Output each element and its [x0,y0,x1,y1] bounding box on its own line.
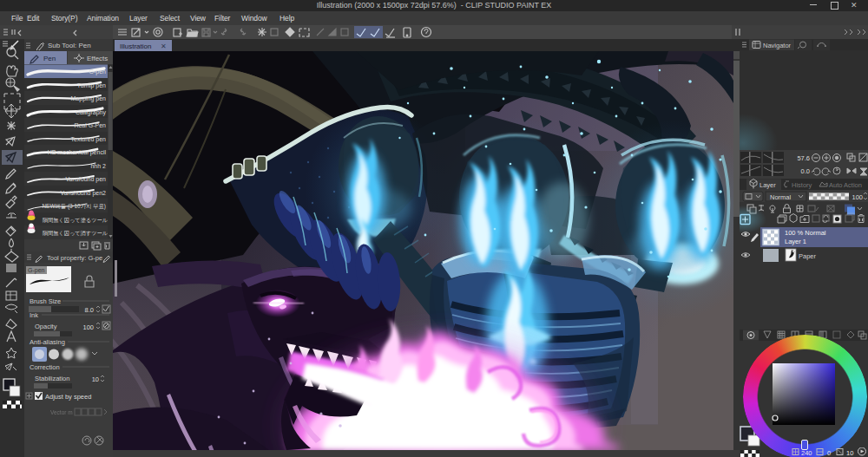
svg-text:Tool property: G-pe: Tool property: G-pe [47,254,102,262]
svg-text:Normal: Normal [770,193,792,201]
svg-text:Real G-Pen: Real G-Pen [74,122,106,128]
svg-text:G-pen: G-pen [28,267,45,274]
svg-text:100: 100 [82,323,94,331]
svg-text:100 % Normal: 100 % Normal [785,229,826,237]
svg-text:Paper: Paper [799,252,817,260]
svg-text:NEW페들 (3 10가지 무료): NEW페들 (3 10가지 무료) [43,203,107,210]
svg-text:Vansfound pen: Vansfound pen [65,176,106,183]
svg-text:Pen: Pen [43,55,56,62]
svg-text:Opacity: Opacity [35,323,57,330]
svg-text:隕間無く囚って消すツール: 隕間無く囚って消すツール [43,230,108,237]
svg-text:Auto Action: Auto Action [829,181,862,189]
svg-text:0: 0 [827,449,831,457]
svg-text:Brush Size: Brush Size [30,297,61,305]
svg-text:Adjust by speed: Adjust by speed [45,393,91,401]
svg-text:Stabilization: Stabilization [35,375,69,382]
svg-text:History: History [792,181,812,189]
svg-text:Calligraphy: Calligraphy [76,109,107,116]
svg-text:Turnip pen: Turnip pen [77,82,106,89]
svg-text:Mapping pen: Mapping pen [71,95,107,102]
svg-text:57.6: 57.6 [797,154,810,162]
svg-text:10: 10 [92,375,99,383]
svg-text:HB mechanical pencil: HB mechanical pencil [48,149,107,156]
svg-text:Navigator: Navigator [763,42,792,49]
svg-text:Layer: Layer [760,181,776,189]
svg-text:Vanshound pen2: Vanshound pen2 [61,190,107,197]
svg-text:隕間無く囚って塗るツール: 隕間無く囚って塗るツール [43,217,108,224]
svg-text:Ink: Ink [30,311,38,319]
svg-text:Vector m: Vector m [50,409,73,415]
svg-text:100: 100 [852,193,863,201]
svg-text:Effects: Effects [87,55,108,62]
svg-text:G-pen: G-pen [89,69,107,75]
svg-text:Layer 1: Layer 1 [785,238,806,245]
svg-text:240: 240 [801,449,812,457]
svg-text:Anti-aliasing: Anti-aliasing [30,338,65,346]
svg-text:Correction: Correction [30,363,60,371]
svg-text:0.0: 0.0 [801,167,810,175]
svg-text:hhh 2: hhh 2 [90,163,106,169]
svg-text:10: 10 [846,449,853,457]
svg-text:Textured pen: Textured pen [71,136,107,143]
svg-text:8.0: 8.0 [85,306,94,314]
